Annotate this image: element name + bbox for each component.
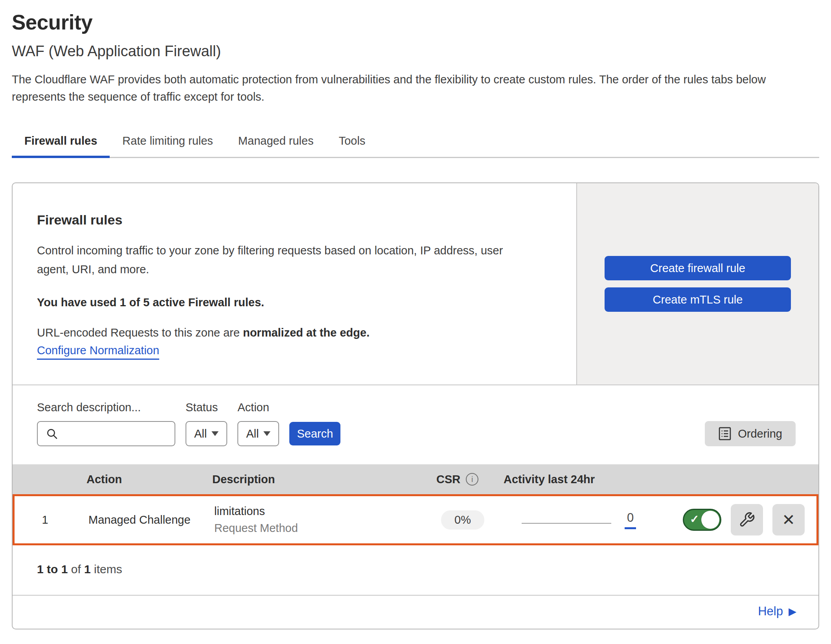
help-link[interactable]: Help ▶ [758,604,796,618]
edit-rule-button[interactable] [731,504,763,535]
header-csr: CSR i [427,473,502,486]
tab-rate-limiting-rules[interactable]: Rate limiting rules [110,128,225,157]
security-waf-page: Security WAF (Web Application Firewall) … [0,10,831,629]
help-row: Help ▶ [13,596,818,629]
normalization-note: URL-encoded Requests to this zone are no… [37,326,537,339]
items-count-range: 1 to 1 [37,563,68,576]
items-count-total: 1 [84,563,91,576]
ordering-icon [718,427,732,441]
rules-tab-bar: Firewall rules Rate limiting rules Manag… [12,128,819,158]
search-button[interactable]: Search [289,422,340,445]
items-count-of: of [68,563,84,576]
rule-activity-cell: 0 [500,511,679,529]
rule-controls-cell: ✓ ✕ [679,504,816,535]
page-subtitle: WAF (Web Application Firewall) [12,43,819,60]
status-select-value: All [194,427,207,440]
firewall-rules-card: Firewall rules Control incoming traffic … [12,182,819,629]
create-firewall-rule-button[interactable]: Create firewall rule [605,256,791,280]
page-description: The Cloudflare WAF provides both automat… [12,71,794,105]
caret-down-icon [211,431,219,436]
rule-enabled-toggle[interactable]: ✓ [683,509,721,531]
delete-rule-button[interactable]: ✕ [772,504,805,535]
rule-csr-cell: 0% [425,510,500,530]
usage-summary: You have used 1 of 5 active Firewall rul… [37,296,537,309]
card-info-column: Firewall rules Control incoming traffic … [13,183,576,385]
table-header: Action Description CSR i Activity last 2… [13,464,818,494]
rule-row: 1 Managed Challenge limitations Request … [13,494,818,545]
normalization-note-text: URL-encoded Requests to this zone are [37,326,243,339]
header-action: Action [74,473,211,486]
items-count: 1 to 1 of 1 items [13,545,818,596]
action-filter-group: Action All [237,401,279,446]
activity-sparkline [522,523,611,524]
items-count-suffix: items [91,563,122,576]
rule-index: 1 [15,513,75,526]
rule-description-cell: limitations Request Method [213,505,425,535]
normalization-note-bold: normalized at the edge. [243,326,370,339]
help-arrow-icon: ▶ [789,605,796,618]
action-select-value: All [246,427,259,440]
header-description: Description [211,473,427,486]
card-actions-column: Create firewall rule Create mTLS rule [576,183,818,385]
check-icon: ✓ [690,513,699,526]
activity-count-link[interactable]: 0 [625,511,636,529]
header-csr-label: CSR [436,473,460,486]
action-select[interactable]: All [237,421,279,446]
status-label: Status [186,401,227,414]
search-description-label: Search description... [37,401,175,414]
rule-description-field: Request Method [214,522,425,535]
rule-description: limitations [214,505,425,518]
action-label: Action [237,401,279,414]
close-icon: ✕ [782,511,795,529]
tab-tools[interactable]: Tools [326,128,378,157]
search-icon [46,427,58,440]
toggle-knob [701,511,719,529]
tab-managed-rules[interactable]: Managed rules [226,128,326,157]
card-top-section: Firewall rules Control incoming traffic … [13,183,818,385]
firewall-rules-heading: Firewall rules [37,212,537,228]
configure-normalization-link[interactable]: Configure Normalization [37,344,159,360]
status-select[interactable]: All [186,421,227,446]
csr-badge: 0% [441,510,484,530]
caret-down-icon [263,431,270,436]
tab-firewall-rules[interactable]: Firewall rules [12,128,110,157]
create-mtls-rule-button[interactable]: Create mTLS rule [605,287,791,312]
header-activity: Activity last 24hr [502,473,681,486]
firewall-rules-description: Control incoming traffic to your zone by… [37,241,537,279]
filter-bar: Search description... Status All Action [13,385,818,464]
search-box [37,421,175,446]
search-description-group: Search description... [37,401,175,446]
info-icon[interactable]: i [466,473,478,486]
help-link-label: Help [758,604,783,618]
status-filter-group: Status All [186,401,227,446]
wrench-icon [739,512,755,528]
ordering-button-label: Ordering [738,427,782,440]
page-title: Security [12,10,819,34]
ordering-button[interactable]: Ordering [705,421,796,446]
rule-action: Managed Challenge [75,513,213,526]
